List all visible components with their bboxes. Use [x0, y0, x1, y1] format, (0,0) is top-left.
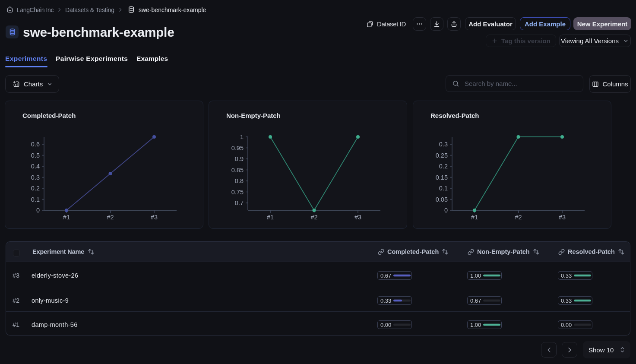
svg-text:0.3: 0.3 — [31, 174, 40, 181]
svg-text:#3: #3 — [559, 214, 566, 221]
svg-text:0.2: 0.2 — [31, 185, 40, 192]
svg-text:0.3: 0.3 — [439, 141, 448, 148]
svg-text:0.85: 0.85 — [231, 167, 244, 174]
svg-text:#2: #2 — [107, 214, 114, 221]
svg-text:#1: #1 — [63, 214, 70, 221]
svg-text:0.8: 0.8 — [235, 177, 244, 184]
svg-text:0.2: 0.2 — [439, 163, 448, 170]
svg-text:#2: #2 — [515, 214, 522, 221]
svg-text:#1: #1 — [471, 214, 478, 221]
svg-text:0.25: 0.25 — [436, 152, 448, 159]
svg-text:0.05: 0.05 — [436, 196, 448, 203]
svg-text:0.9: 0.9 — [235, 155, 244, 162]
svg-text:0.6: 0.6 — [31, 141, 40, 148]
svg-text:0: 0 — [444, 207, 448, 214]
svg-text:0: 0 — [36, 207, 40, 214]
svg-text:1: 1 — [240, 133, 244, 140]
svg-text:#2: #2 — [310, 214, 317, 221]
svg-text:#1: #1 — [267, 214, 274, 221]
svg-text:0.7: 0.7 — [235, 199, 244, 206]
svg-text:0.4: 0.4 — [31, 163, 40, 170]
svg-text:#3: #3 — [354, 214, 361, 221]
svg-text:0.1: 0.1 — [439, 185, 448, 192]
svg-text:0.1: 0.1 — [31, 196, 40, 203]
svg-text:0.95: 0.95 — [231, 145, 244, 152]
svg-text:0.5: 0.5 — [31, 152, 40, 159]
svg-text:#3: #3 — [151, 214, 158, 221]
svg-text:0.15: 0.15 — [436, 174, 448, 181]
svg-text:0.75: 0.75 — [231, 189, 244, 196]
